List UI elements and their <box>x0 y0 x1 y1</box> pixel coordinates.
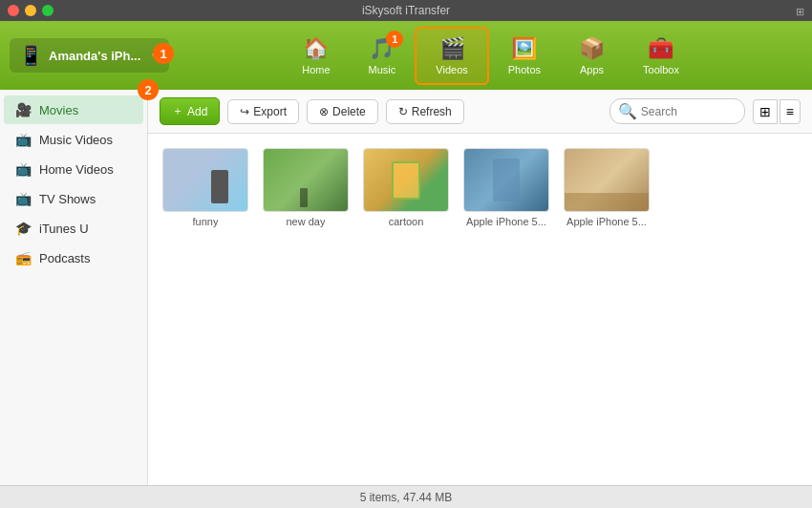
nav-videos[interactable]: 🎬 Videos <box>415 27 488 85</box>
minimize-button[interactable] <box>25 5 36 16</box>
export-button[interactable]: ↪ Export <box>227 99 299 124</box>
step1-badge: 1 <box>153 43 174 64</box>
delete-label: Delete <box>332 105 366 118</box>
close-button[interactable] <box>8 5 19 16</box>
step2-badge: 2 <box>138 79 159 100</box>
search-box[interactable]: 🔍 <box>609 98 745 124</box>
sidebar-tv-shows-label: TV Shows <box>39 192 96 206</box>
search-icon: 🔍 <box>618 102 637 120</box>
app-title: iSkysoft iTransfer <box>362 4 450 17</box>
export-icon: ↪ <box>240 105 249 118</box>
toolbox-icon: 🧰 <box>648 36 673 61</box>
video-item-apple1[interactable]: Apple iPhone 5... <box>463 148 549 227</box>
content-area: ＋ Add ↪ Export ⊗ Delete ↻ Refresh 🔍 ⊞ <box>148 90 812 485</box>
export-label: Export <box>253 105 287 118</box>
maximize-button[interactable] <box>42 5 53 16</box>
sidebar: 🎥 Movies 📺 Music Videos 📺 Home Videos 📺 … <box>0 90 148 485</box>
video-thumb-cartoon <box>363 148 449 212</box>
delete-icon: ⊗ <box>319 105 329 118</box>
nav-toolbox[interactable]: 🧰 Toolbox <box>624 29 698 83</box>
sidebar-movies-label: Movies <box>39 103 78 117</box>
video-label-apple2: Apple iPhone 5... <box>566 216 647 227</box>
video-icon: 🎬 <box>439 36 465 61</box>
sidebar-item-itunes-u[interactable]: 🎓 iTunes U <box>4 214 143 243</box>
toolbar: 📱 Amanda's iPh... ▼ 1 🏠 Home 🎵 Music 1 🎬… <box>0 21 812 90</box>
nav-home-label: Home <box>302 64 330 75</box>
video-thumb-apple1 <box>463 148 549 212</box>
main-area: 2 🎥 Movies 📺 Music Videos 📺 Home Videos … <box>0 90 812 485</box>
apps-icon: 📦 <box>579 36 605 61</box>
nav-apps-label: Apps <box>580 64 604 75</box>
video-label-apple1: Apple iPhone 5... <box>466 216 546 227</box>
window-controls <box>8 5 53 16</box>
phone-icon: 📱 <box>19 44 43 67</box>
video-label-funny: funny <box>193 216 219 227</box>
video-label-cartoon: cartoon <box>389 216 424 227</box>
tv-shows-icon: 📺 <box>15 191 32 206</box>
video-thumb-apple2 <box>564 148 650 212</box>
delete-button[interactable]: ⊗ Delete <box>307 99 378 124</box>
refresh-label: Refresh <box>412 105 452 118</box>
sidebar-item-podcasts[interactable]: 📻 Podcasts <box>4 243 143 272</box>
nav-music[interactable]: 🎵 Music 1 <box>350 29 416 83</box>
add-button[interactable]: ＋ Add <box>160 97 220 125</box>
nav-photos[interactable]: 🖼️ Photos <box>489 29 560 83</box>
home-videos-icon: 📺 <box>15 161 32 177</box>
podcasts-icon: 📻 <box>15 250 32 265</box>
sidebar-item-home-videos[interactable]: 📺 Home Videos <box>4 155 143 183</box>
photos-icon: 🖼️ <box>511 36 537 61</box>
grid-view-button[interactable]: ⊞ <box>753 99 778 124</box>
itunes-u-icon: 🎓 <box>15 221 32 236</box>
window-icon: ⊞ <box>796 6 804 17</box>
video-thumb-newday <box>263 148 349 212</box>
movies-icon: 🎥 <box>15 102 32 117</box>
status-bar: 5 items, 47.44 MB <box>0 485 812 508</box>
action-bar: ＋ Add ↪ Export ⊗ Delete ↻ Refresh 🔍 ⊞ <box>148 90 812 134</box>
music-badge: 1 <box>386 31 403 48</box>
sidebar-item-music-videos[interactable]: 📺 Music Videos <box>4 125 143 154</box>
video-item-cartoon[interactable]: cartoon <box>363 148 449 227</box>
sidebar-item-movies[interactable]: 🎥 Movies <box>4 95 143 124</box>
plus-icon: ＋ <box>172 103 183 119</box>
refresh-button[interactable]: ↻ Refresh <box>386 99 464 124</box>
home-icon: 🏠 <box>303 36 329 61</box>
nav-home[interactable]: 🏠 Home <box>283 29 349 83</box>
nav-items: 🏠 Home 🎵 Music 1 🎬 Videos 🖼️ Photos 📦 Ap… <box>179 27 802 85</box>
video-label-newday: new day <box>287 216 326 227</box>
video-item-funny[interactable]: funny <box>162 148 248 227</box>
sidebar-itunes-u-label: iTunes U <box>39 222 89 236</box>
music-videos-icon: 📺 <box>15 132 32 147</box>
sidebar-music-videos-label: Music Videos <box>39 133 113 147</box>
search-input[interactable] <box>641 105 737 118</box>
sidebar-home-videos-label: Home Videos <box>39 162 114 177</box>
nav-toolbox-label: Toolbox <box>643 64 679 75</box>
video-grid: funny new day cartoon Apple iPhone 5... <box>148 134 812 485</box>
device-name: Amanda's iPh... <box>49 49 140 63</box>
device-selector[interactable]: 📱 Amanda's iPh... ▼ 1 <box>10 38 169 73</box>
status-text: 5 items, 47.44 MB <box>360 491 453 504</box>
nav-videos-label: Videos <box>436 64 467 75</box>
list-view-button[interactable]: ≡ <box>780 99 801 124</box>
video-thumb-funny <box>162 148 248 212</box>
add-label: Add <box>187 105 207 118</box>
video-item-apple2[interactable]: Apple iPhone 5... <box>564 148 650 227</box>
sidebar-podcasts-label: Podcasts <box>39 251 90 265</box>
refresh-icon: ↻ <box>398 105 408 118</box>
nav-photos-label: Photos <box>508 64 541 75</box>
video-item-newday[interactable]: new day <box>263 148 349 227</box>
title-bar: iSkysoft iTransfer ⊞ <box>0 0 812 21</box>
nav-music-label: Music <box>369 64 396 75</box>
nav-apps[interactable]: 📦 Apps <box>560 29 624 83</box>
sidebar-item-tv-shows[interactable]: 📺 TV Shows <box>4 184 143 213</box>
view-toggle: ⊞ ≡ <box>753 99 801 124</box>
